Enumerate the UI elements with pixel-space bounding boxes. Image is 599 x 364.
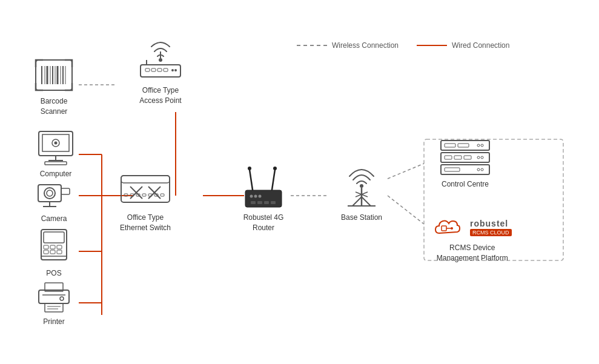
wired-legend-label: Wired Connection [452, 41, 509, 50]
access-point-label: Office TypeAccess Point [139, 85, 181, 106]
control-centre-icon [435, 139, 495, 176]
svg-point-33 [47, 190, 53, 196]
svg-point-53 [159, 58, 162, 62]
svg-point-104 [477, 156, 480, 159]
svg-rect-39 [44, 245, 48, 249]
svg-rect-57 [145, 68, 150, 71]
computer-node: Computer [35, 130, 76, 179]
svg-rect-30 [45, 162, 67, 165]
diagram-container: Wireless Connection Wired Connection [0, 0, 599, 364]
svg-point-99 [481, 144, 483, 147]
svg-rect-80 [245, 190, 282, 207]
svg-line-10 [388, 164, 424, 179]
svg-point-108 [477, 168, 480, 171]
control-centre-label: Control Centre [442, 179, 489, 190]
svg-rect-34 [61, 188, 70, 194]
printer-icon [35, 282, 73, 313]
rcms-label: RCMS DeviceManagement Platform [437, 243, 508, 263]
svg-line-92 [352, 197, 362, 206]
svg-point-61 [171, 69, 174, 71]
ethernet-switch-icon [118, 170, 173, 209]
connections-svg [0, 0, 599, 364]
legend: Wireless Connection Wired Connection [297, 41, 509, 50]
svg-rect-37 [41, 230, 67, 260]
svg-point-79 [273, 167, 277, 170]
camera-icon [33, 179, 74, 210]
camera-node: Camera [33, 179, 74, 224]
router-label: Robustel 4GRouter [243, 213, 284, 233]
wired-line-icon [417, 45, 447, 46]
svg-rect-44 [57, 250, 62, 254]
svg-rect-43 [50, 250, 55, 254]
svg-rect-50 [45, 303, 63, 312]
svg-rect-110 [442, 226, 446, 231]
svg-rect-101 [445, 156, 452, 159]
barcode-scanner-icon [33, 58, 74, 93]
base-station-icon [334, 154, 389, 209]
rcms-cloud-icon [433, 215, 466, 239]
svg-point-82 [254, 195, 257, 198]
svg-rect-102 [454, 156, 462, 159]
svg-rect-87 [271, 201, 276, 204]
robustel-text-area: robustel RCMS CLOUD [470, 219, 512, 236]
svg-point-32 [44, 188, 55, 199]
svg-point-83 [259, 195, 262, 198]
svg-rect-86 [264, 201, 269, 204]
svg-point-62 [174, 69, 177, 71]
svg-rect-100 [441, 153, 489, 162]
svg-rect-75 [161, 194, 164, 196]
svg-point-109 [481, 168, 483, 171]
robustel-brand-text: robustel [470, 219, 512, 228]
svg-line-11 [388, 196, 424, 224]
svg-point-81 [250, 195, 253, 198]
base-station-node: Base Station [334, 154, 389, 223]
svg-point-111 [451, 227, 453, 230]
rcms-logo-area: robustel RCMS CLOUD [433, 215, 512, 239]
svg-rect-38 [44, 232, 64, 243]
wireless-legend-label: Wireless Connection [332, 41, 399, 50]
wired-legend-item: Wired Connection [417, 41, 509, 50]
svg-rect-55 [141, 65, 180, 77]
svg-rect-58 [151, 68, 156, 71]
base-station-label: Base Station [341, 213, 382, 223]
svg-rect-47 [39, 290, 69, 303]
svg-rect-95 [441, 141, 489, 150]
svg-rect-42 [44, 250, 48, 254]
pos-icon [35, 227, 73, 265]
rcms-cloud-badge: RCMS CLOUD [470, 229, 512, 236]
svg-rect-72 [142, 194, 146, 196]
svg-point-98 [477, 144, 480, 147]
printer-node: Printer [35, 282, 73, 327]
svg-rect-103 [464, 156, 471, 159]
svg-point-77 [248, 167, 251, 170]
svg-rect-63 [121, 176, 170, 202]
svg-point-88 [360, 184, 363, 188]
svg-rect-106 [441, 165, 489, 174]
pos-label: POS [46, 268, 61, 279]
svg-rect-41 [57, 245, 62, 249]
svg-point-27 [55, 142, 58, 145]
router-node: Robustel 4GRouter [236, 164, 291, 233]
ethernet-switch-node: Office TypeEthernet Switch [118, 170, 173, 233]
rcms-node: robustel RCMS CLOUD RCMS DeviceManagemen… [433, 215, 512, 263]
svg-rect-60 [164, 68, 168, 71]
svg-rect-64 [121, 176, 170, 183]
control-centre-node: Control Centre [435, 139, 495, 190]
pos-node: POS [35, 227, 73, 279]
wireless-line-icon [297, 45, 327, 46]
svg-rect-97 [458, 144, 469, 147]
svg-rect-59 [157, 68, 162, 71]
camera-label: Camera [41, 214, 67, 224]
ethernet-switch-label: Office TypeEthernet Switch [120, 213, 171, 233]
svg-rect-107 [445, 168, 460, 171]
wireless-legend-item: Wireless Connection [297, 41, 399, 50]
access-point-icon [133, 33, 188, 82]
printer-label: Printer [43, 317, 64, 327]
access-point-node: Office TypeAccess Point [133, 33, 188, 106]
svg-point-49 [60, 297, 64, 300]
barcode-scanner-label: BarcodeScanner [41, 96, 68, 117]
barcode-scanner-node: BarcodeScanner [33, 58, 74, 117]
svg-rect-40 [50, 245, 55, 249]
svg-rect-85 [257, 201, 262, 204]
svg-rect-96 [445, 144, 455, 147]
